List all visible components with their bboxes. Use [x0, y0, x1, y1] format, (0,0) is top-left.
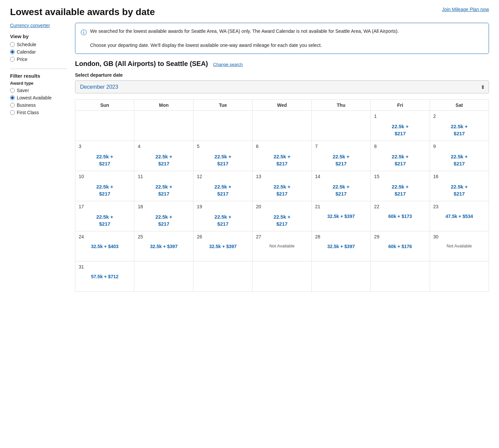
cell-day-number: 31: [79, 264, 131, 270]
cell-price: 47.5k + $534: [433, 213, 485, 220]
calendar-cell[interactable]: 222.5k +$217: [430, 111, 489, 141]
cell-price: 22.5k +$217: [197, 213, 249, 227]
cell-day-number: 29: [374, 234, 426, 239]
calendar-cell[interactable]: 27Not Available: [253, 231, 311, 262]
calendar-cell[interactable]: 1722.5k +$217: [75, 201, 134, 231]
info-line1: We searched for the lowest available awa…: [90, 28, 399, 35]
view-by-price[interactable]: Price: [10, 57, 67, 62]
calendar-header: SunMonTueWedThuFriSat: [75, 100, 489, 111]
join-mileage-plan-link[interactable]: Join Mileage Plan now: [442, 7, 489, 12]
cell-day-number: 13: [256, 174, 308, 179]
award-lowest[interactable]: Lowest Available: [10, 95, 67, 100]
calendar-cell: [134, 111, 193, 141]
route-title: London, GB (All Airports) to Seattle (SE…: [75, 60, 489, 68]
calendar-cell[interactable]: 1622.5k +$217: [430, 171, 489, 201]
cell-price: 22.5k +$217: [138, 153, 190, 167]
cell-price: 22.5k +$217: [138, 213, 190, 227]
info-icon: ⓘ: [81, 28, 87, 49]
cell-price: 32.5k + $403: [79, 243, 131, 250]
page-title: Lowest available awards by date: [10, 7, 155, 17]
cell-day-number: 1: [374, 114, 426, 119]
calendar-week-row: 1722.5k +$2171822.5k +$2171922.5k +$2172…: [75, 201, 489, 231]
calendar-cell[interactable]: 2532.5k + $397: [134, 231, 193, 262]
cell-price: 22.5k +$217: [79, 213, 131, 227]
cell-day-number: 12: [197, 174, 249, 179]
calendar-cell[interactable]: 522.5k +$217: [193, 141, 252, 171]
cell-day-number: 6: [256, 144, 308, 149]
calendar-cell: [311, 262, 370, 292]
calendar-cell[interactable]: 30Not Available: [430, 231, 489, 262]
cell-price: 60k + $173: [374, 213, 426, 220]
calendar-cell[interactable]: 622.5k +$217: [253, 141, 311, 171]
cell-day-number: 16: [433, 174, 485, 179]
calendar-cell[interactable]: 922.5k +$217: [430, 141, 489, 171]
cell-day-number: 20: [256, 204, 308, 209]
cell-day-number: 24: [79, 234, 131, 239]
calendar-cell: [134, 262, 193, 292]
calendar-cell[interactable]: 1122.5k +$217: [134, 171, 193, 201]
calendar-cell[interactable]: 822.5k +$217: [371, 141, 430, 171]
cell-price: 32.5k + $397: [138, 243, 190, 250]
award-business[interactable]: Business: [10, 102, 67, 108]
view-by-calendar[interactable]: Calendar: [10, 49, 67, 55]
view-by-schedule[interactable]: Schedule: [10, 42, 67, 47]
calendar-cell[interactable]: 2832.5k + $397: [311, 231, 370, 262]
calendar-cell[interactable]: 3157.5k + $712: [75, 262, 134, 292]
cell-day-number: 19: [197, 204, 249, 209]
cell-price: 32.5k + $397: [315, 213, 367, 220]
calendar-cell[interactable]: 122.5k +$217: [371, 111, 430, 141]
cell-price: 22.5k +$217: [197, 183, 249, 197]
cell-day-number: 10: [79, 174, 131, 179]
calendar-cell[interactable]: 2260k + $173: [371, 201, 430, 231]
cell-price: 22.5k +$217: [433, 153, 485, 167]
calendar-cell[interactable]: 2960k + $176: [371, 231, 430, 262]
calendar-cell[interactable]: 322.5k +$217: [75, 141, 134, 171]
sidebar-divider: [10, 69, 67, 69]
award-saver[interactable]: Saver: [10, 88, 67, 93]
cell-price: 32.5k + $397: [197, 243, 249, 250]
filter-results-label: Filter results: [10, 73, 67, 79]
select-departure-label: Select departure date: [75, 72, 489, 78]
calendar-header-sun: Sun: [75, 100, 134, 111]
calendar-cell[interactable]: 2632.5k + $397: [193, 231, 252, 262]
cell-day-number: 4: [138, 144, 190, 149]
cell-day-number: 30: [433, 234, 485, 239]
month-select[interactable]: October 2023November 2023December 2023Ja…: [75, 80, 489, 93]
calendar-cell: [193, 111, 252, 141]
calendar-cell[interactable]: 1922.5k +$217: [193, 201, 252, 231]
calendar-cell[interactable]: 1822.5k +$217: [134, 201, 193, 231]
calendar-cell[interactable]: 722.5k +$217: [311, 141, 370, 171]
calendar-cell: [193, 262, 252, 292]
change-search-link[interactable]: Change search: [213, 62, 243, 67]
calendar-cell[interactable]: 1022.5k +$217: [75, 171, 134, 201]
calendar-cell[interactable]: 2432.5k + $403: [75, 231, 134, 262]
calendar-header-mon: Mon: [134, 100, 193, 111]
cell-day-number: 2: [433, 114, 485, 119]
calendar-header-tue: Tue: [193, 100, 252, 111]
calendar-cell[interactable]: 1222.5k +$217: [193, 171, 252, 201]
cell-day-number: 5: [197, 144, 249, 149]
calendar-week-row: 3157.5k + $712: [75, 262, 489, 292]
cell-day-number: 28: [315, 234, 367, 239]
cell-day-number: 11: [138, 174, 190, 179]
cell-not-available: Not Available: [256, 243, 308, 248]
calendar-cell[interactable]: 2132.5k + $397: [311, 201, 370, 231]
cell-price: 22.5k +$217: [256, 183, 308, 197]
calendar-cell: [253, 111, 311, 141]
cell-day-number: 17: [79, 204, 131, 209]
cell-day-number: 21: [315, 204, 367, 209]
calendar-week-row: 122.5k +$217222.5k +$217: [75, 111, 489, 141]
calendar-cell[interactable]: 422.5k +$217: [134, 141, 193, 171]
cell-price: 57.5k + $712: [79, 274, 131, 280]
calendar-table: SunMonTueWedThuFriSat 122.5k +$217222.5k…: [75, 99, 489, 292]
currency-converter-link[interactable]: Currency converter: [10, 23, 67, 28]
calendar-cell[interactable]: 1522.5k +$217: [371, 171, 430, 201]
cell-price: 22.5k +$217: [256, 213, 308, 227]
award-first_class[interactable]: First Class: [10, 110, 67, 115]
calendar-cell[interactable]: 1422.5k +$217: [311, 171, 370, 201]
cell-price: 32.5k + $397: [315, 243, 367, 250]
calendar-cell[interactable]: 2347.5k + $534: [430, 201, 489, 231]
calendar-cell[interactable]: 1322.5k +$217: [253, 171, 311, 201]
calendar-cell[interactable]: 2022.5k +$217: [253, 201, 311, 231]
info-box: ⓘ We searched for the lowest available a…: [75, 23, 489, 54]
